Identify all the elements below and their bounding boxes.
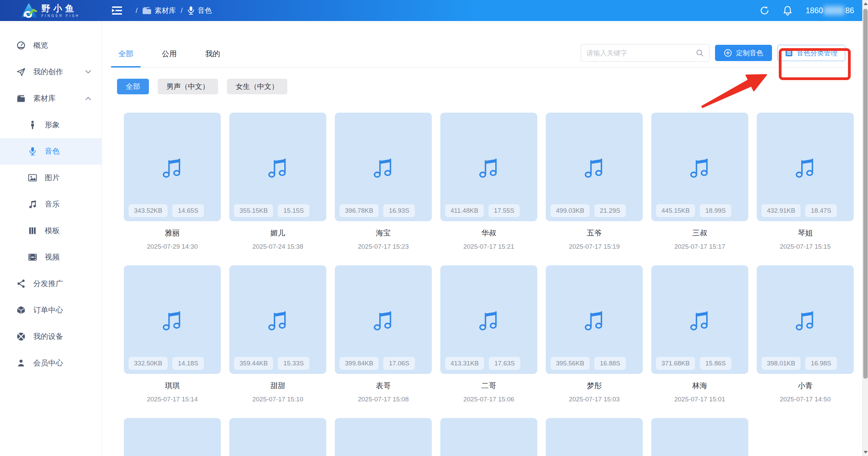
custom-voice-button[interactable]: 定制音色	[715, 45, 772, 61]
file-size-badge: 432.91KB	[761, 204, 801, 217]
voice-category-manage-button[interactable]: 音色分类管理	[777, 45, 845, 61]
voice-card[interactable]: 396.78KB 16.93S 海宝 2025-07-17 15:23	[335, 113, 432, 250]
scroll-down-arrow[interactable]	[863, 449, 868, 455]
list-icon	[785, 49, 793, 57]
sidebar-item-membership[interactable]: 会员中心	[0, 350, 101, 376]
voice-card-partial[interactable]	[440, 418, 537, 456]
voice-thumbnail: 398.01KB 16.98S	[757, 265, 854, 374]
search-input[interactable]	[586, 49, 696, 57]
voice-card[interactable]: 432.91KB 18.47S 琴姐 2025-07-17 15:15	[757, 113, 854, 250]
sidebar-item-voice[interactable]: 音色	[0, 138, 101, 165]
voice-card[interactable]: 343.52KB 14.65S 雅丽 2025-07-29 14:30	[124, 113, 221, 250]
user-phone[interactable]: 1860 86	[806, 6, 854, 15]
voice-card[interactable]: 395.56KB 16.88S 梦彤 2025-07-17 15:03	[546, 265, 643, 403]
sidebar-item-distribution[interactable]: 分发推广	[0, 270, 101, 297]
notifications-button[interactable]	[783, 5, 793, 16]
sidebar-item-material-library[interactable]: 素材库	[0, 85, 101, 112]
voice-name: 甜甜	[229, 381, 326, 391]
voice-card[interactable]: 332.50KB 14.18S 琪琪 2025-07-17 15:14	[124, 265, 221, 403]
voice-card[interactable]: 499.03KB 21.29S 五爷 2025-07-17 15:19	[546, 113, 643, 250]
scrollbar-thumb[interactable]	[863, 9, 868, 379]
tab-all[interactable]: 全部	[117, 49, 135, 67]
sidebar-item-label: 形象	[45, 120, 60, 130]
sidebar-item-music[interactable]: 音乐	[0, 191, 101, 217]
paper-plane-icon	[16, 67, 26, 77]
filter-chip-female-chinese[interactable]: 女生（中文）	[227, 79, 287, 94]
voice-badges: 411.48KB 17.55S	[445, 204, 520, 217]
voice-card-partial[interactable]	[546, 418, 643, 456]
voice-badges: 413.31KB 17.63S	[445, 357, 520, 370]
sidebar-item-videos[interactable]: 视频	[0, 244, 101, 270]
voice-card-partial[interactable]	[229, 418, 326, 456]
voice-date: 2025-07-17 15:03	[546, 396, 643, 403]
voice-card[interactable]: 359.44KB 15.33S 甜甜 2025-07-17 15:10	[229, 265, 326, 403]
voice-card[interactable]: 413.31KB 17.63S 二哥 2025-07-17 15:06	[440, 265, 537, 403]
voice-card[interactable]: 398.01KB 16.98S 小青 2025-07-17 14:50	[757, 265, 854, 403]
sidebar-item-templates[interactable]: 模板	[0, 217, 101, 244]
duration-badge: 15.33S	[278, 357, 309, 370]
voice-thumbnail: 413.31KB 17.63S	[440, 265, 537, 374]
voice-name: 海宝	[335, 228, 432, 238]
tab-mine[interactable]: 我的	[204, 49, 221, 67]
microphone-icon	[188, 6, 194, 15]
sidebar-item-my-creations[interactable]: 我的创作	[0, 59, 101, 85]
voice-date: 2025-07-17 15:19	[546, 243, 643, 250]
sidebar-item-label: 视频	[45, 252, 60, 262]
refresh-icon	[760, 6, 769, 15]
search-icon[interactable]	[696, 49, 704, 57]
music-note-icon	[476, 306, 502, 333]
duration-badge: 15.15S	[278, 204, 309, 217]
vertical-scrollbar[interactable]	[862, 0, 868, 456]
voice-card[interactable]: 355.15KB 15.15S 媚儿 2025-07-24 15:38	[229, 113, 326, 250]
sidebar-item-label: 我的设备	[33, 331, 63, 342]
voice-card[interactable]: 445.15KB 18.99S 三叔 2025-07-17 15:17	[651, 113, 748, 250]
main-column: 野小鱼 FINGER FISH /	[0, 0, 862, 456]
custom-voice-label: 定制音色	[736, 49, 763, 58]
voice-name: 三叔	[651, 228, 748, 238]
scroll-up-arrow[interactable]	[863, 1, 868, 7]
voice-card-partial[interactable]	[124, 418, 221, 456]
logo-subtitle: FINGER FISH	[41, 14, 80, 18]
voice-date: 2025-07-17 15:10	[229, 396, 326, 403]
duration-badge: 17.55S	[488, 204, 520, 217]
sidebar-item-pictures[interactable]: 图片	[0, 165, 101, 191]
chevron-up-icon	[85, 96, 91, 100]
voice-card-partial[interactable]	[335, 418, 432, 456]
voice-card[interactable]: 411.48KB 17.55S 华叔 2025-07-17 15:21	[440, 113, 537, 250]
voice-card[interactable]: 399.84KB 17.06S 表哥 2025-07-17 15:08	[335, 265, 432, 403]
film-icon	[28, 252, 37, 262]
breadcrumb-item-voice[interactable]: 音色	[188, 6, 212, 15]
file-size-badge: 359.44KB	[234, 357, 273, 370]
sidebar-item-orders[interactable]: 订单中心	[0, 297, 101, 323]
file-size-badge: 343.52KB	[129, 204, 168, 217]
sidebar-item-label: 音乐	[45, 199, 60, 209]
voice-thumbnail: 432.91KB 18.47S	[757, 113, 854, 221]
sidebar-collapse-button[interactable]	[111, 5, 123, 16]
tab-public[interactable]: 公用	[160, 49, 178, 67]
voice-name: 表哥	[335, 381, 432, 391]
sidebar-item-overview[interactable]: 概览	[0, 32, 101, 59]
filter-chip-all[interactable]: 全部	[117, 79, 149, 94]
voice-name: 琴姐	[757, 228, 854, 238]
voice-badges: 343.52KB 14.65S	[129, 204, 204, 217]
voice-name: 梦彤	[546, 381, 643, 391]
breadcrumb-item-library[interactable]: 素材库	[142, 6, 176, 15]
refresh-button[interactable]	[759, 5, 770, 16]
voice-name: 雅丽	[124, 228, 221, 238]
sidebar-item-avatar[interactable]: 形象	[0, 112, 101, 138]
search-box	[581, 44, 710, 62]
voice-card[interactable]: 371.68KB 15.86S 林海 2025-07-17 15:01	[651, 265, 748, 403]
filter-chip-male-chinese[interactable]: 男声（中文）	[158, 79, 218, 94]
file-size-badge: 398.01KB	[761, 357, 801, 370]
logo-title: 野小鱼	[41, 4, 80, 13]
voice-badges: 396.78KB 16.93S	[340, 204, 415, 217]
menu-fold-icon	[112, 6, 122, 15]
voice-card-partial[interactable]	[651, 418, 748, 456]
sidebar-item-label: 音色	[45, 146, 60, 156]
music-note-icon	[581, 154, 607, 180]
voice-badges: 355.15KB 15.15S	[234, 204, 309, 217]
brand-logo[interactable]: 野小鱼 FINGER FISH	[0, 2, 102, 19]
sidebar-item-devices[interactable]: 我的设备	[0, 323, 101, 350]
template-icon	[28, 226, 37, 235]
device-sphere-icon	[16, 332, 26, 341]
